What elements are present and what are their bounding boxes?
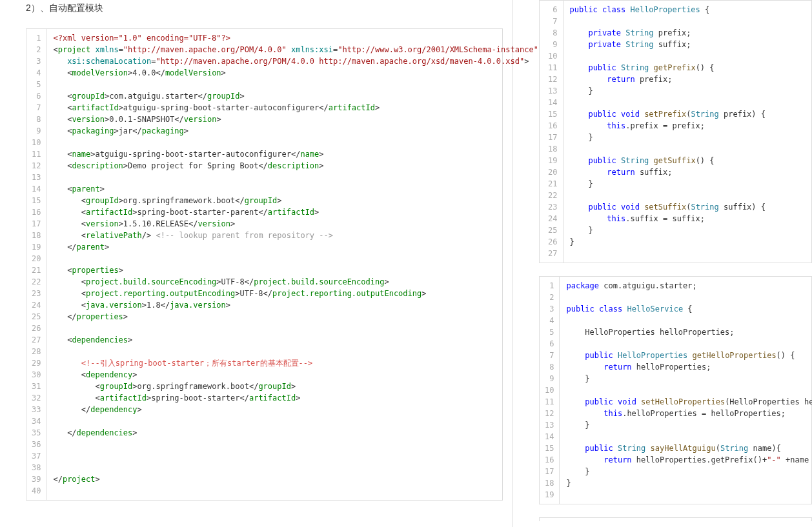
left-column: 2）、自动配置模块 1<?xml version="1.0" encoding=…	[0, 0, 513, 527]
section-heading: 2）、自动配置模块	[26, 3, 503, 14]
xml-code-block[interactable]: 1<?xml version="1.0" encoding="UTF-8"?> …	[26, 28, 503, 501]
xml-line: <?xml version="1.0" encoding="UTF-8"?>	[53, 34, 230, 43]
page-root: 2）、自动配置模块 1<?xml version="1.0" encoding=…	[0, 0, 812, 527]
right-column: 6public class HelloProperties { 7 8 priv…	[513, 0, 812, 527]
java-code-block-1[interactable]: 6public class HelloProperties { 7 8 priv…	[539, 0, 812, 263]
java-code-block-2[interactable]: 1package com.atguigu.starter; 2 3public …	[539, 276, 812, 504]
java-code-block-3-partial[interactable]	[539, 517, 812, 521]
